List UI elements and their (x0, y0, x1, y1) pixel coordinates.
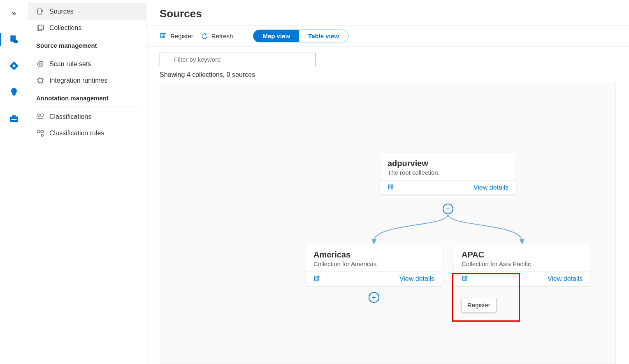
connector-lines (160, 83, 615, 364)
collection-node-root[interactable]: adpurview The root collection. View deta… (380, 153, 516, 195)
table-view-button[interactable]: Table view (299, 30, 348, 42)
filter-input[interactable] (160, 53, 316, 66)
sidebar-item-classification-rules[interactable]: Classification rules (28, 125, 146, 141)
rail-item-data-map[interactable] (5, 30, 23, 49)
svg-rect-16 (160, 33, 165, 38)
svg-rect-21 (314, 276, 319, 281)
rail-item-management[interactable] (5, 109, 23, 128)
node-description: Collection for Asia Pacific (462, 260, 583, 267)
svg-rect-24 (462, 276, 467, 281)
database-icon (9, 34, 19, 45)
sidebar-item-label: Integration runtimes (49, 77, 107, 84)
svg-rect-10 (38, 79, 42, 83)
button-label: Refresh (211, 32, 233, 39)
rail-item-catalog[interactable] (5, 57, 23, 75)
map-view-button[interactable]: Map view (253, 30, 299, 42)
svg-point-8 (37, 61, 43, 67)
svg-point-12 (41, 114, 44, 117)
filter-bar (146, 47, 629, 69)
page-title: Sources (146, 0, 629, 25)
svg-rect-7 (39, 25, 44, 30)
chip-icon (36, 77, 44, 85)
sidebar-item-label: Classifications (49, 113, 91, 121)
sidebar-item-sources[interactable]: Sources (28, 3, 146, 20)
collapse-node-button[interactable] (443, 204, 453, 214)
sidebar-item-label: Sources (49, 8, 74, 15)
view-details-link[interactable]: View details (473, 184, 508, 191)
sidebar-item-integration-runtimes[interactable]: Integration runtimes (28, 72, 146, 89)
main-content: Sources Register Refresh Map view Table … (146, 0, 629, 364)
view-details-link[interactable]: View details (399, 275, 434, 283)
sources-icon (36, 7, 44, 16)
sidebar-item-label: Classification rules (49, 130, 104, 137)
node-title: adpurview (388, 159, 508, 168)
collections-icon (36, 24, 44, 32)
svg-rect-4 (12, 119, 17, 120)
node-description: The root collection. (388, 169, 508, 176)
divider (36, 107, 138, 107)
map-canvas[interactable]: adpurview The root collection. View deta… (160, 83, 616, 364)
sidebar-item-label: Scan rule sets (49, 60, 91, 68)
svg-point-2 (13, 65, 16, 67)
register-button[interactable]: Register (160, 32, 193, 40)
left-rail: » (0, 0, 28, 364)
lightbulb-icon (9, 87, 19, 97)
minus-circle-icon (445, 206, 451, 212)
showing-count: Showing 4 collections, 0 sources (146, 69, 629, 83)
grid-plus-icon (388, 184, 395, 191)
diamond-icon (9, 60, 19, 71)
sidebar-item-classifications[interactable]: Classifications (28, 109, 146, 125)
refresh-button[interactable]: Refresh (201, 32, 233, 40)
node-register-icon[interactable] (388, 184, 395, 191)
divider (36, 54, 138, 54)
classifications-icon (36, 113, 44, 121)
svg-rect-3 (13, 95, 15, 96)
svg-point-13 (37, 130, 40, 133)
grid-plus-icon (160, 32, 167, 40)
svg-marker-20 (520, 239, 525, 244)
sidebar: Sources Collections Source management Sc… (28, 0, 146, 364)
toolbar-separator (243, 30, 243, 42)
svg-point-14 (41, 130, 44, 133)
sidebar-item-scan-rule-sets[interactable]: Scan rule sets (28, 56, 146, 72)
node-title: APAC (462, 250, 583, 260)
collection-node-americas[interactable]: Americas Collection for Americas View de… (306, 244, 442, 286)
toolbox-icon (9, 113, 19, 124)
sidebar-heading: Annotation management (28, 89, 146, 105)
classification-rules-icon (36, 129, 44, 137)
svg-rect-17 (388, 185, 393, 189)
button-label: Register (170, 32, 193, 39)
svg-point-9 (39, 63, 42, 65)
expand-rail-button[interactable]: » (5, 4, 23, 22)
collection-node-apac[interactable]: APAC Collection for Asia Pacific View de… (454, 244, 590, 286)
plus-circle-icon (371, 294, 377, 300)
svg-rect-5 (37, 9, 42, 14)
node-register-icon[interactable] (462, 275, 469, 283)
grid-plus-icon (313, 275, 321, 283)
sidebar-heading: Source management (28, 36, 146, 52)
view-details-link[interactable]: View details (548, 275, 583, 283)
chevron-right-icon: » (12, 9, 16, 17)
register-tooltip: Register (461, 298, 497, 312)
node-register-icon[interactable] (313, 275, 321, 283)
sidebar-item-collections[interactable]: Collections (28, 20, 146, 36)
svg-rect-6 (37, 26, 42, 31)
toolbar: Register Refresh Map view Table view (146, 25, 629, 47)
grid-plus-icon (462, 275, 469, 283)
view-toggle: Map view Table view (253, 30, 348, 42)
refresh-icon (201, 32, 208, 40)
target-icon (36, 60, 44, 68)
rail-item-insights[interactable] (5, 83, 23, 101)
svg-point-11 (37, 114, 40, 117)
node-description: Collection for Americas (313, 260, 434, 267)
node-title: Americas (313, 250, 434, 260)
svg-marker-19 (371, 239, 376, 244)
add-child-button[interactable] (369, 292, 379, 303)
sidebar-item-label: Collections (49, 24, 81, 32)
